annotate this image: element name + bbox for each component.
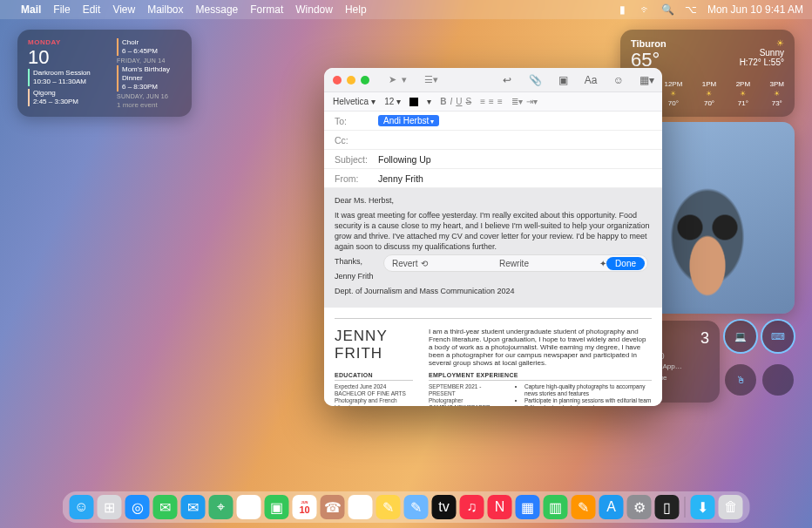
send-options-icon[interactable]: ▾ [402, 74, 407, 85]
dock-app-appstore[interactable]: A [599, 495, 624, 519]
dock-app-keynote[interactable]: ▦ [516, 495, 540, 519]
dock-app-facetime[interactable]: ▣ [265, 495, 289, 519]
list-icon[interactable]: ≣▾ [511, 97, 523, 106]
dock-app-finder[interactable]: ☺ [70, 495, 94, 519]
dock-app-reminders[interactable]: ☰ [348, 495, 373, 519]
dock-trash[interactable]: 🗑 [719, 495, 743, 519]
dock-app-launchpad[interactable]: ⊞ [98, 495, 122, 519]
dock-downloads[interactable]: ⬇ [691, 495, 715, 519]
dock: ☺⊞◎✉✉⌖✿▣JUN10☎☰✎✎tv♫N▦▥✎A⚙▯⬇🗑 [63, 491, 750, 523]
dock-app-maps[interactable]: ⌖ [209, 495, 233, 519]
font-size-picker[interactable]: 12 ▾ [384, 97, 401, 106]
from-value[interactable]: Jenny Frith [378, 173, 423, 184]
attachment-bio: I am a third-year student undergraduate … [429, 328, 652, 367]
dock-app-tv[interactable]: tv [432, 495, 457, 519]
align-right-icon[interactable]: ≡ [497, 97, 503, 106]
control-center-icon[interactable]: ⌥ [685, 3, 697, 16]
format-icon[interactable]: Aa [584, 74, 598, 86]
calendar-section-header: SUNDAY, JUN 16 [117, 93, 181, 99]
indent-icon[interactable]: ⇥▾ [526, 97, 538, 106]
subject-value[interactable]: Following Up [378, 154, 431, 165]
dock-app-numbers[interactable]: ▥ [544, 495, 568, 519]
reply-icon[interactable]: ↩ [500, 74, 514, 86]
dock-app-settings[interactable]: ⚙ [627, 495, 652, 519]
dock-app-mail[interactable]: ✉ [181, 495, 206, 519]
calendar-section-header: FRIDAY, JUN 14 [117, 58, 181, 64]
emoji-icon[interactable]: ☺ [612, 74, 626, 86]
dock-app-messages[interactable]: ✉ [153, 495, 178, 519]
traffic-lights [333, 76, 369, 85]
attach-icon[interactable]: 📎 [528, 74, 542, 86]
dock-app-news[interactable]: N [488, 495, 512, 519]
dock-app-photos[interactable]: ✿ [237, 495, 261, 519]
strike-button[interactable]: S [466, 97, 472, 106]
dock-app-iphone[interactable]: ▯ [655, 495, 680, 519]
done-button[interactable]: Done [606, 257, 645, 270]
align-left-icon[interactable]: ≡ [480, 97, 485, 106]
to-row: To: Andi Herbst [324, 112, 662, 131]
to-recipient-pill[interactable]: Andi Herbst [378, 115, 439, 126]
underline-button[interactable]: U [456, 97, 462, 106]
calendar-more-events[interactable]: 1 more event [117, 101, 181, 109]
menu-view[interactable]: View [112, 3, 135, 16]
empty-control-icon[interactable] [762, 364, 794, 396]
dock-app-music[interactable]: ♫ [460, 495, 484, 519]
battery-icon[interactable]: ▮ [617, 3, 629, 16]
message-body[interactable]: Dear Ms. Herbst, It was great meeting fo… [324, 188, 662, 406]
font-picker[interactable]: Helvetica ▾ [333, 97, 376, 106]
menubar-clock[interactable]: Mon Jun 10 9:41 AM [707, 3, 803, 16]
cc-row[interactable]: Cc: [324, 131, 662, 150]
window-titlebar[interactable]: ➤ ▾ ☰▾ ↩ 📎 ▣ Aa ☺ ▦▾ [324, 68, 662, 92]
wifi-icon[interactable]: ᯤ [639, 3, 652, 16]
calendar-day-number: 10 [28, 49, 108, 66]
attachment-name-heading: JENNY FRITH [335, 328, 413, 362]
zoom-button[interactable] [361, 76, 369, 85]
menu-message[interactable]: Message [196, 3, 239, 16]
selected-text-block[interactable]: Dear Ms. Herbst, It was great meeting fo… [324, 188, 662, 308]
dock-app-pages[interactable]: ✎ [572, 495, 596, 519]
laptop-icon[interactable]: 💻 [725, 321, 756, 352]
menu-edit[interactable]: Edit [83, 3, 101, 16]
attachment-preview[interactable]: JENNY FRITH I am a third-year student un… [335, 318, 652, 406]
send-icon[interactable]: ➤ [389, 74, 396, 85]
app-menu[interactable]: Mail [21, 3, 41, 16]
photo-icon[interactable]: ▣ [556, 74, 570, 86]
subject-row[interactable]: Subject: Following Up [324, 150, 662, 169]
keyboard-icon[interactable]: ⌨ [762, 321, 794, 352]
minimize-button[interactable] [347, 76, 355, 85]
bold-button[interactable]: B [440, 97, 446, 106]
close-button[interactable] [333, 76, 342, 85]
weather-hi-lo: H:72° L:55° [740, 58, 784, 67]
menu-format[interactable]: Format [250, 3, 283, 16]
markup-icon[interactable]: ▦▾ [639, 74, 653, 86]
to-label: To: [335, 116, 371, 126]
spotlight-icon[interactable]: 🔍 [662, 3, 674, 16]
menu-window[interactable]: Window [295, 3, 333, 16]
dock-app-safari[interactable]: ◎ [125, 495, 150, 519]
calendar-event: Darkroom Session 10:30 – 11:30AM [28, 69, 108, 86]
menu-file[interactable]: File [53, 3, 70, 16]
from-row[interactable]: From: Jenny Frith Revert ⟲ Rewrite ✦ Don… [324, 169, 662, 188]
menu-help[interactable]: Help [345, 3, 367, 16]
experience-bullets: Capture high-quality photographs to acco… [516, 383, 652, 406]
header-fields-icon[interactable]: ☰▾ [424, 74, 438, 85]
dock-separator [685, 497, 686, 518]
body-greeting: Dear Ms. Herbst, [335, 195, 652, 206]
calendar-widget[interactable]: MONDAY 10 Darkroom Session 10:30 – 11:30… [17, 30, 192, 117]
color-swatch[interactable] [409, 98, 418, 106]
mouse-icon[interactable]: 🖱 [725, 364, 756, 396]
writing-tools-bar: Revert ⟲ Rewrite ✦ Done [383, 254, 648, 272]
rewrite-button[interactable]: Rewrite ✦ [499, 259, 606, 268]
mail-compose-window: ➤ ▾ ☰▾ ↩ 📎 ▣ Aa ☺ ▦▾ Helvetica ▾ 12 ▾ ▾ … [324, 68, 662, 406]
menu-mailbox[interactable]: Mailbox [147, 3, 183, 16]
calendar-event: Mom's Birthday Dinner 6 – 8:30PM [117, 65, 181, 91]
menubar: Mail File Edit View Mailbox Message Form… [0, 0, 812, 19]
revert-button[interactable]: Revert ⟲ [387, 259, 499, 268]
dock-app-contacts[interactable]: ☎ [321, 495, 345, 519]
italic-button[interactable]: I [450, 97, 453, 106]
experience-heading: EMPLOYMENT EXPERIENCE [429, 372, 652, 381]
dock-app-calendar[interactable]: JUN10 [293, 495, 317, 519]
dock-app-notes[interactable]: ✎ [376, 495, 401, 519]
dock-app-freeform[interactable]: ✎ [404, 495, 429, 519]
align-center-icon[interactable]: ≡ [489, 97, 494, 106]
